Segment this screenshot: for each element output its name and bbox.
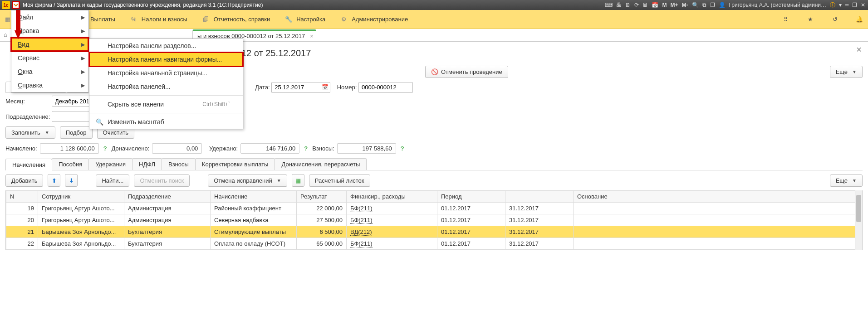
submenu-item[interactable]: Настройка панелей... [89, 80, 243, 93]
table-row[interactable]: 22Барышева Зоя Арнольдо...БухгалтерияОпл… [6, 238, 862, 250]
section-taxes[interactable]: %Налоги и взносы [130, 15, 187, 24]
menu-item-вид[interactable]: Вид▶ [11, 38, 88, 51]
date-field[interactable] [271, 82, 330, 93]
table-cell: БФ(211) [347, 214, 437, 226]
inner-tab[interactable]: Начисления [5, 159, 52, 170]
table-cell: 31.12.2017 [505, 203, 574, 214]
memory-mplus-button[interactable]: M+ [669, 2, 679, 8]
menu-item-сервис[interactable]: Сервис▶ [11, 51, 88, 65]
submenu-item-label: Скрыть все панели [108, 101, 164, 108]
main-menu: Файл▶Правка▶Вид▶Сервис▶Окна▶Справка▶ [11, 10, 89, 92]
menu-item-файл[interactable]: Файл▶ [11, 10, 88, 24]
vertical-scrollbar[interactable] [855, 190, 862, 250]
main-menu-dropdown-button[interactable] [12, 1, 20, 9]
table-row[interactable]: 21Барышева Зоя Арнольдо...БухгалтерияСти… [6, 226, 862, 238]
menu-item-окна[interactable]: Окна▶ [11, 65, 88, 78]
financing-link[interactable]: БФ(211) [350, 217, 373, 224]
cancel-find-button[interactable]: Отменить поиск [134, 174, 190, 187]
maximize-button[interactable]: ❐ [851, 2, 858, 8]
history-icon[interactable]: ↺ [830, 15, 840, 24]
apps-icon[interactable]: ⠿ [781, 15, 791, 24]
report-icon: 🗐 [202, 15, 210, 24]
payslip-button[interactable]: Расчетный листок [309, 174, 370, 187]
zoom-icon[interactable]: 🔍 [691, 2, 700, 8]
star-icon[interactable]: ★ [805, 15, 815, 24]
financing-link[interactable]: ВД(212) [350, 228, 372, 236]
column-header[interactable]: Подразделение [124, 191, 211, 203]
help-icon[interactable]: ? [304, 145, 308, 152]
document-title: 12 от 25.12.2017 [241, 48, 863, 58]
minimize-button[interactable]: ━ [844, 2, 849, 8]
inner-tab[interactable]: Корректировки выплаты [195, 158, 275, 170]
cancel-posting-button[interactable]: 🚫 Отменить проведение [425, 66, 508, 78]
column-header[interactable]: Основание [574, 191, 862, 203]
scrollbar-thumb[interactable] [856, 195, 861, 222]
column-header[interactable]: N [6, 191, 38, 203]
table-cell: Бухгалтерия [124, 226, 211, 238]
inner-tab[interactable]: Пособия [52, 158, 89, 170]
inner-tab[interactable]: Взносы [162, 158, 196, 170]
table-row[interactable]: 19Григорьянц Артур Ашото...Администрация… [6, 203, 862, 214]
section-ribbon: ▦ ▤Зарплата 💳Выплаты %Налоги и взносы 🗐О… [0, 10, 868, 29]
keyboard-icon[interactable]: ⌨ [604, 2, 613, 8]
fill-button[interactable]: Заполнить▼ [5, 126, 55, 139]
windows-icon[interactable]: ❐ [709, 2, 716, 8]
inner-tab[interactable]: Удержания [88, 158, 132, 170]
column-header[interactable]: Финансир., расходы [347, 191, 437, 203]
submenu-item-label: Настройка начальной страницы... [108, 69, 207, 77]
table-cell: 01.12.2017 [437, 214, 505, 226]
column-header[interactable]: Начисление [211, 191, 297, 203]
section-label: Администрирование [352, 16, 408, 23]
pick-button[interactable]: Подбор [60, 126, 93, 139]
memory-m-button[interactable]: M [661, 2, 667, 8]
move-down-button[interactable]: ⬇ [65, 174, 78, 187]
column-header[interactable] [505, 191, 574, 203]
submenu-item[interactable]: 🔍Изменить масштаб [89, 115, 243, 129]
inner-tab[interactable]: Доначисления, перерасчеты [275, 158, 367, 170]
find-button[interactable]: Найти... [96, 174, 129, 187]
submenu-item[interactable]: Настройка панели навигации формы... [89, 53, 243, 66]
menu-item-справка[interactable]: Справка▶ [11, 78, 88, 92]
section-reports[interactable]: 🗐Отчетность, справки [202, 15, 270, 24]
user-name[interactable]: Григорьянц А.А. (системный админи… [728, 2, 828, 8]
table-more-button[interactable]: Еще▼ [830, 174, 863, 187]
month-field[interactable] [52, 96, 93, 107]
column-header[interactable]: Период [437, 191, 505, 203]
submenu-item[interactable]: Настройка начальной страницы... [89, 66, 243, 80]
section-admin[interactable]: ⚙Администрирование [340, 15, 408, 24]
number-field[interactable] [358, 82, 413, 93]
section-settings[interactable]: 🔧Настройка [284, 15, 325, 24]
column-header[interactable]: Результат [297, 191, 347, 203]
doc-icon[interactable]: 🗎 [624, 2, 632, 8]
move-up-button[interactable]: ⬆ [48, 174, 60, 187]
financing-link[interactable]: БФ(211) [350, 205, 373, 212]
form-close-button[interactable]: × [856, 44, 862, 55]
add-button[interactable]: Добавить [5, 174, 43, 187]
close-icon[interactable]: × [310, 33, 313, 39]
menu-item-правка[interactable]: Правка▶ [11, 24, 88, 38]
copy-icon[interactable]: ⧉ [701, 2, 707, 8]
section-label: Выплаты [90, 16, 115, 23]
submenu-item[interactable]: Скрыть все панелиCtrl+Shift+` [89, 97, 243, 111]
help-icon[interactable]: ? [401, 145, 404, 152]
calc-icon[interactable]: 🖩 [642, 2, 649, 8]
financing-link[interactable]: БФ(211) [350, 240, 373, 247]
inner-tab[interactable]: НДФЛ [132, 158, 162, 170]
chevron-down-icon[interactable]: ▾ [838, 2, 843, 8]
print-icon[interactable]: 🖶 [615, 2, 623, 8]
memory-mminus-button[interactable]: M- [681, 2, 689, 8]
table-row[interactable]: 20Григорьянц Артур Ашото...Администрация… [6, 214, 862, 226]
chevron-right-icon: ▶ [81, 28, 85, 34]
refresh-icon[interactable]: ⟳ [633, 2, 640, 8]
info-icon[interactable]: ⓘ [829, 1, 836, 9]
bell-icon[interactable]: 🔔 [854, 15, 864, 24]
submenu-item-label: Настройка панели разделов... [108, 42, 196, 49]
close-button[interactable]: ✕ [860, 2, 866, 8]
column-header[interactable]: Сотрудник [38, 191, 124, 203]
submenu-item[interactable]: Настройка панели разделов... [89, 39, 243, 53]
grid-settings-button[interactable]: ▦ [292, 174, 304, 187]
calendar-icon[interactable]: 📅 [651, 2, 659, 8]
more-button[interactable]: Еще▼ [830, 66, 863, 78]
help-icon[interactable]: ? [103, 145, 107, 152]
cancel-corrections-button[interactable]: Отмена исправлений▼ [208, 174, 287, 187]
